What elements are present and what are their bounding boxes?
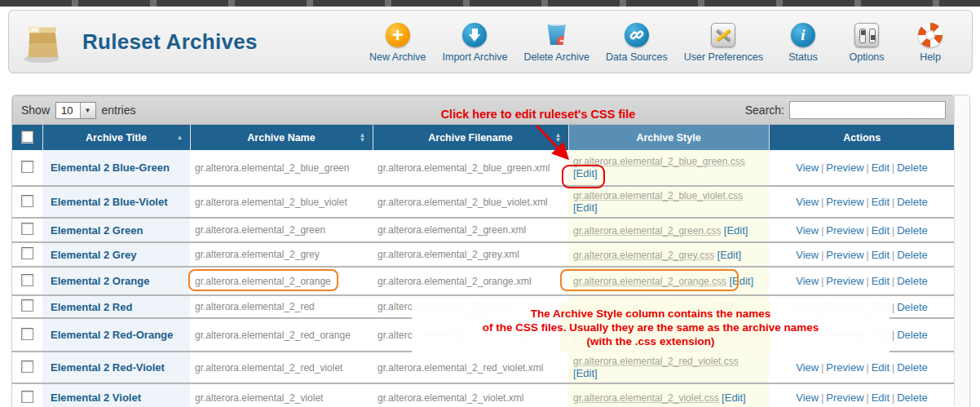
scrollbar-track[interactable] [954,97,968,406]
action-separator: | [890,197,897,208]
action-link-edit[interactable]: Edit [872,361,890,374]
toolbar-button-import-archive[interactable]: Import Archive [443,21,508,63]
archive-box-icon [20,18,68,65]
toolbar-button-user-preferences[interactable]: User Preferences [684,21,763,63]
action-link-delete[interactable]: Delete [897,275,928,287]
action-link-delete[interactable]: Delete [897,196,928,208]
archive-name-cell: gr.alterora.elemental_2_red_orange [190,318,373,352]
column-header-actions[interactable]: Actions [769,125,955,150]
action-link-edit[interactable]: Edit [872,161,890,174]
row-checkbox[interactable] [21,361,33,373]
tools-icon [709,21,737,49]
action-link-delete[interactable]: Delete [897,301,928,313]
action-link-preview[interactable]: Preview [826,196,863,208]
action-link-edit[interactable]: Edit [872,249,890,261]
action-link-edit[interactable]: Edit [872,224,890,237]
annotation-arrow-icon [522,121,587,170]
archive-name-cell: gr.alterora.elemental_2_violet [190,383,373,407]
select-all-checkbox[interactable] [21,131,33,143]
archive-title: Elemental 2 Blue-Green [51,161,170,174]
action-link-preview[interactable]: Preview [826,392,863,404]
toolbar-button-help[interactable]: Help [907,21,954,63]
search-input[interactable] [789,101,946,119]
action-link-view[interactable]: View [796,224,819,237]
annotation-red-circle [562,165,605,188]
action-separator: | [819,362,826,374]
style-edit-link[interactable]: [Edit] [724,224,748,237]
archive-style-filename: gr.alterora.elemental_2_blue_violet.css [573,190,743,201]
action-link-delete[interactable]: Delete [897,361,928,374]
row-checkbox-cell [12,186,42,218]
toolbar-button-label: User Preferences [684,51,763,63]
action-link-view[interactable]: View [796,275,819,287]
lifebuoy-icon [916,21,944,49]
toolbar-button-options[interactable]: Options [843,21,890,63]
action-link-delete[interactable]: Delete [897,161,928,174]
plus-icon: + [384,21,412,49]
actions-cell: View|Preview|Edit|Delete [769,186,955,218]
action-link-edit[interactable]: Edit [872,392,890,404]
action-link-view[interactable]: View [796,161,819,174]
row-checkbox-cell [12,318,42,352]
toolbar-button-status[interactable]: iStatus [779,21,827,63]
action-separator: | [864,162,872,174]
action-link-delete[interactable]: Delete [897,329,928,341]
row-checkbox[interactable] [21,247,33,259]
trash-minus-icon: − [543,21,571,49]
action-separator: | [890,250,897,261]
row-checkbox[interactable] [21,161,33,173]
toolbar-button-data-sources[interactable]: Data Sources [606,21,668,63]
entries-select[interactable]: 10 ▼ [55,102,95,119]
action-link-delete[interactable]: Delete [897,224,928,237]
action-link-edit[interactable]: Edit [872,275,890,287]
column-header-archive-title[interactable]: Archive Title▲ [42,125,190,150]
row-checkbox[interactable] [21,391,33,403]
row-checkbox[interactable] [21,299,33,312]
table-row: Elemental 2 Greengr.alterora.elemental_2… [12,218,955,242]
style-edit-link[interactable]: [Edit] [722,392,746,404]
action-link-view[interactable]: View [796,361,819,374]
action-link-edit[interactable]: Edit [872,196,890,208]
annotation-orange-box-name [188,269,338,291]
action-link-preview[interactable]: Preview [826,361,863,374]
archive-name-cell: gr.alterora.elemental_2_grey [190,242,373,267]
style-edit-link[interactable]: [Edit] [717,249,742,261]
archive-name: gr.alterora.elemental_2_grey [195,249,320,260]
toolbar-button-delete-archive[interactable]: −Delete Archive [523,21,589,63]
archive-name: gr.alterora.elemental_2_violet [195,392,323,404]
table-row: Elemental 2 Blue-Violetgr.alterora.eleme… [12,186,955,218]
row-checkbox[interactable] [21,328,33,340]
archive-style-cell: gr.alterora.elemental_2_grey.css [Edit] [568,242,769,267]
action-link-preview[interactable]: Preview [826,161,863,174]
header-select-all[interactable] [12,125,42,150]
column-header-archive-name[interactable]: Archive Name▲▼ [190,125,373,150]
archive-name: gr.alterora.elemental_2_green [195,224,325,236]
column-header-label: Archive Title [86,132,147,144]
archive-title-cell: Elemental 2 Red [42,295,190,318]
archives-table: Archive Title▲Archive Name▲▼Archive File… [12,125,955,407]
action-link-delete[interactable]: Delete [897,249,928,261]
archive-title-cell: Elemental 2 Violet [42,383,190,407]
action-link-preview[interactable]: Preview [826,249,863,261]
toolbar-button-new-archive[interactable]: +New Archive [369,21,426,63]
archive-filename-cell: gr.alterora.elemental_2_grey.xml [373,242,568,267]
row-checkbox[interactable] [21,195,33,207]
column-header-archive-style[interactable]: Archive Style [568,125,769,150]
style-edit-link[interactable]: [Edit] [573,201,598,214]
table-row: Elemental 2 Red-Violetgr.alterora.elemen… [12,352,955,383]
row-checkbox[interactable] [21,274,33,286]
archive-title-cell: Elemental 2 Orange [42,267,190,295]
archive-filename: gr.alterora.elemental_2_violet.xml [377,392,523,404]
action-link-preview[interactable]: Preview [826,275,863,287]
action-separator: | [819,250,826,261]
action-link-delete[interactable]: Delete [897,392,928,404]
style-edit-link[interactable]: [Edit] [573,367,598,379]
action-link-view[interactable]: View [796,196,819,208]
archive-name: gr.alterora.elemental_2_blue_violet [195,197,347,208]
action-link-view[interactable]: View [796,392,819,404]
row-checkbox[interactable] [21,223,33,235]
column-header-label: Archive Name [247,132,315,144]
action-link-preview[interactable]: Preview [826,224,863,237]
row-checkbox-cell [12,383,42,407]
action-link-view[interactable]: View [796,249,819,261]
